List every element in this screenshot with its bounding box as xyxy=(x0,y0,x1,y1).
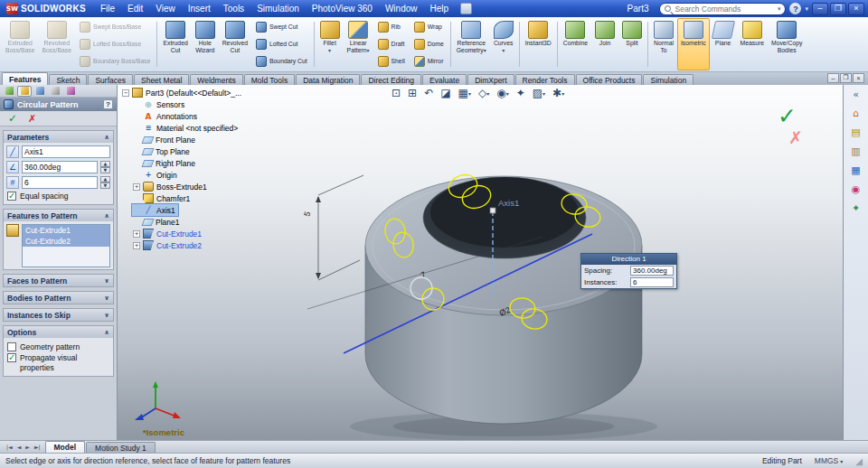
linear-pattern-button[interactable]: LinearPattern▾ xyxy=(344,18,373,70)
expander-icon[interactable]: + xyxy=(133,230,140,238)
search-input[interactable] xyxy=(675,5,773,14)
tab-weldments[interactable]: Weldments xyxy=(190,74,242,85)
extruded-boss-base-button[interactable]: ExtrudedBoss/Base xyxy=(2,18,39,70)
revolved-cut-button[interactable]: RevolvedCut xyxy=(219,18,251,70)
tree-item-plane1[interactable]: Plane1 xyxy=(132,216,182,228)
featuremanager-tab[interactable] xyxy=(2,86,16,97)
tab-sheet-metal[interactable]: Sheet Metal xyxy=(134,74,189,85)
tab-render-tools[interactable]: Render Tools xyxy=(515,74,575,85)
normal-to-button[interactable]: NormalTo xyxy=(650,18,677,70)
doc-minimize-button[interactable]: – xyxy=(827,73,839,83)
view-palette-icon[interactable]: ▦ xyxy=(848,163,864,177)
join-button[interactable]: Join xyxy=(591,18,618,70)
menu-item[interactable]: Tools xyxy=(217,2,250,15)
extruded-cut-button[interactable]: ExtrudedCut xyxy=(159,18,191,70)
wrap-button[interactable]: Wrap xyxy=(410,18,448,35)
isometric-button[interactable]: Isometric xyxy=(677,18,710,70)
instances-to-skip-header[interactable]: Instances to Skip ∨ xyxy=(4,309,113,321)
collapse-pane-icon[interactable]: « xyxy=(848,87,864,101)
tab-features[interactable]: Features xyxy=(2,72,48,85)
scroll-first-icon[interactable]: |◄ xyxy=(5,444,14,450)
scroll-last-icon[interactable]: ►| xyxy=(33,444,42,450)
tab-mold-tools[interactable]: Mold Tools xyxy=(244,74,295,85)
units-selector[interactable]: MMGS ▾ xyxy=(815,456,843,465)
dome-button[interactable]: Dome xyxy=(410,35,448,52)
tree-item-part3[interactable]: − Part3 (Default<<Default>_... xyxy=(121,87,244,98)
design-library-icon[interactable]: ▤ xyxy=(848,125,864,139)
instant3d-button[interactable]: Instant3D xyxy=(522,18,555,70)
tree-item-origin[interactable]: Origin xyxy=(132,169,180,181)
displaymanager-tab[interactable] xyxy=(63,86,78,97)
features-to-pattern-header[interactable]: Features to Pattern ∧ xyxy=(4,210,113,221)
titlebar-caret-icon[interactable]: ▾ xyxy=(805,5,808,13)
file-explorer-icon[interactable]: ▥ xyxy=(848,144,864,158)
motion-study-tab[interactable]: Motion Study 1 xyxy=(86,442,156,453)
combine-button[interactable]: Combine xyxy=(560,18,591,70)
expander-icon[interactable]: + xyxy=(133,183,140,191)
doc-restore-button[interactable]: ❐ xyxy=(840,73,852,83)
propertymanager-tab[interactable] xyxy=(17,86,32,97)
pattern-feature-cut-extrude1[interactable]: Cut-Extrude1 xyxy=(23,225,109,236)
tab-sketch[interactable]: Sketch xyxy=(49,74,87,85)
view-orientation-icon[interactable]: ▦▾ xyxy=(456,86,474,100)
menu-item[interactable]: Simulation xyxy=(250,2,306,15)
bodies-to-pattern-header[interactable]: Bodies to Pattern ∨ xyxy=(4,292,113,304)
pattern-angle-field[interactable] xyxy=(22,161,98,173)
hole-wizard-button[interactable]: HoleWizard xyxy=(192,18,219,70)
tab-surfaces[interactable]: Surfaces xyxy=(88,74,133,85)
tab-office-products[interactable]: Office Products xyxy=(576,74,643,85)
pattern-axis-field[interactable] xyxy=(22,145,110,158)
apply-scene-icon[interactable]: ▨▾ xyxy=(530,86,548,100)
geometry-pattern-checkbox[interactable] xyxy=(7,342,16,351)
pm-ok-button[interactable]: ✓ xyxy=(8,113,17,124)
menu-item[interactable]: Edit xyxy=(121,2,149,15)
tab-data-migration[interactable]: Data Migration xyxy=(296,74,360,85)
confirm-ok-button[interactable]: ✓ xyxy=(778,103,797,129)
tree-item-material[interactable]: Material <not specified> xyxy=(132,122,241,134)
reference-geometry-button[interactable]: ReferenceGeometry▾ xyxy=(453,18,490,70)
tree-item-sensors[interactable]: Sensors xyxy=(132,98,187,110)
tree-item-cut-extrude1[interactable]: + Cut-Extrude1 xyxy=(132,228,204,239)
lofted-cut-button[interactable]: Lofted Cut xyxy=(251,35,312,52)
move-copy-bodies-button[interactable]: Move/CopyBodies xyxy=(768,18,806,70)
tree-item-annotations[interactable]: Annotations xyxy=(132,110,200,122)
tree-item-cut-extrude2[interactable]: + Cut-Extrude2 xyxy=(132,239,204,251)
shell-button[interactable]: Shell xyxy=(373,52,410,70)
pm-help-button[interactable]: ? xyxy=(103,99,113,109)
tab-evaluate[interactable]: Evaluate xyxy=(422,74,467,85)
tab-direct-editing[interactable]: Direct Editing xyxy=(361,74,421,85)
curves-button[interactable]: Curves▾ xyxy=(490,18,517,70)
appearances-icon[interactable]: ◉ xyxy=(848,182,864,196)
split-button[interactable]: Split xyxy=(618,18,646,70)
menu-item[interactable]: View xyxy=(149,2,182,15)
expander-icon[interactable]: − xyxy=(122,89,129,97)
model-3d-body[interactable] xyxy=(365,176,642,424)
parameters-header[interactable]: Parameters ∧ xyxy=(4,131,113,143)
quick-access-icon[interactable] xyxy=(460,3,472,14)
help-button[interactable]: ? xyxy=(789,3,801,14)
display-style-icon[interactable]: ◇▾ xyxy=(476,86,492,100)
tree-item-right-plane[interactable]: Right Plane xyxy=(132,157,198,169)
expander-icon[interactable]: + xyxy=(133,242,140,249)
measure-button[interactable]: Measure xyxy=(737,18,768,70)
equal-spacing-checkbox[interactable] xyxy=(7,192,16,201)
pattern-count-field[interactable] xyxy=(22,176,98,189)
model-tab[interactable]: Model xyxy=(45,441,86,453)
faces-to-pattern-header[interactable]: Faces to Pattern ∨ xyxy=(4,275,113,286)
zoom-fit-icon[interactable]: ⊡ xyxy=(389,86,403,100)
search-dropdown-icon[interactable]: ▾ xyxy=(778,5,781,13)
scroll-prev-icon[interactable]: ◄ xyxy=(15,444,24,450)
count-spinner[interactable]: ▲▼ xyxy=(100,176,110,189)
scroll-next-icon[interactable]: ► xyxy=(24,444,32,450)
propagate-visual-checkbox[interactable] xyxy=(7,353,16,362)
boundary-cut-button[interactable]: Boundary Cut xyxy=(251,52,312,70)
hide-show-items-icon[interactable]: ◉▾ xyxy=(494,86,512,100)
search-commands-box[interactable]: ▾ xyxy=(659,3,786,15)
swept-cut-button[interactable]: Swept Cut xyxy=(251,18,312,35)
boundary-boss-base-button[interactable]: Boundary Boss/Base xyxy=(75,52,155,70)
tree-item-front-plane[interactable]: Front Plane xyxy=(132,134,198,145)
confirm-cancel-button[interactable]: ✗ xyxy=(788,127,803,147)
custom-properties-icon[interactable]: ✦ xyxy=(848,201,864,215)
doc-close-button[interactable]: × xyxy=(853,73,864,83)
previous-view-icon[interactable]: ↶ xyxy=(421,86,436,100)
